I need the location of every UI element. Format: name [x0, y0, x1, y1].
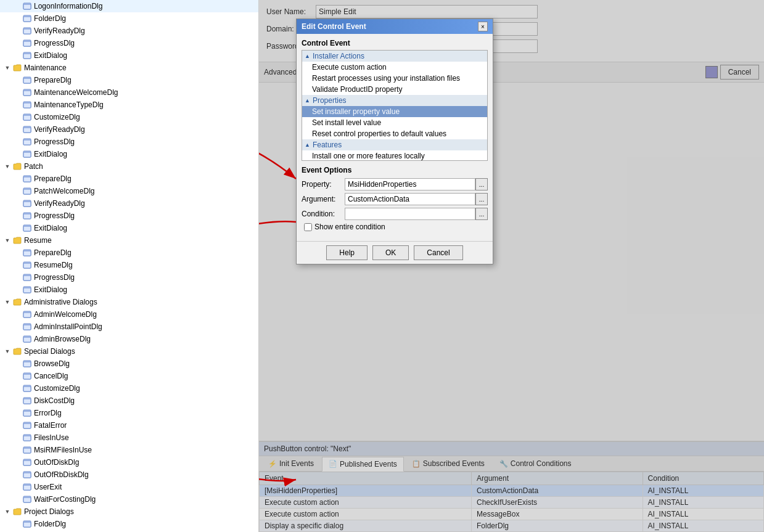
tree-label: ErrorDlg: [34, 409, 62, 417]
item-restart-processes[interactable]: Restart processes using your installatio…: [302, 73, 487, 84]
tree-item-maintenancewelcomedlg[interactable]: MaintenanceWelcomeDlg: [0, 86, 258, 99]
tree-item-preparedlg1[interactable]: PrepareDlg: [0, 74, 258, 86]
condition-browse-button[interactable]: ...: [475, 208, 488, 220]
folder-icon: [12, 63, 22, 73]
tree-item-exitdialog4[interactable]: ExitDialog: [0, 284, 258, 296]
item-install-features[interactable]: Install one or more features locally: [302, 150, 487, 161]
svg-rect-51: [23, 374, 31, 379]
tree-item-logoninfodlg[interactable]: ▶ LogonInformationDlg: [0, 0, 258, 12]
group-properties[interactable]: ▲ Properties: [302, 95, 487, 106]
tree-item-maintenancetypedlg[interactable]: MaintenanceTypeDlg: [0, 99, 258, 111]
tree-item-filesinuse[interactable]: FilesInUse: [0, 432, 258, 444]
item-execute-custom[interactable]: Execute custom action: [302, 62, 487, 73]
tree-item-resumedlg[interactable]: ResumeDlg: [0, 259, 258, 271]
tree-item-verifyreadydlg2[interactable]: VerifyReadyDlg: [0, 123, 258, 136]
svg-rect-59: [23, 424, 31, 428]
tree-item-folderdlg1[interactable]: FolderDlg: [0, 12, 258, 25]
item-validate-productid[interactable]: Validate ProductID property: [302, 84, 487, 95]
argument-input[interactable]: [345, 193, 475, 205]
modal-close-button[interactable]: ×: [478, 22, 488, 31]
item-reset-properties[interactable]: Reset control properties to default valu…: [302, 128, 487, 139]
tree-item-verifyreadydlg1[interactable]: VerifyReadyDlg: [0, 25, 258, 37]
expander-project[interactable]: ▼: [2, 507, 12, 517]
expander-maintenance[interactable]: ▼: [2, 63, 12, 73]
condition-input[interactable]: [345, 208, 475, 220]
tree-label: ProgressDlg: [34, 211, 75, 220]
property-input[interactable]: [345, 178, 475, 190]
item-set-property[interactable]: Set installer property value: [302, 106, 487, 117]
tree-item-exitdialog1[interactable]: ExitDialog: [0, 49, 258, 62]
tree-item-msirmfilesinuse[interactable]: MsiRMFilesInUse: [0, 444, 258, 456]
tree-item-resume[interactable]: ▼ Resume: [0, 234, 258, 247]
tree-label: Project Dialogs: [24, 507, 74, 516]
tree-item-exitdialog3[interactable]: ExitDialog: [0, 222, 258, 234]
tree-item-progressdlg1[interactable]: ProgressDlg: [0, 37, 258, 49]
tree-item-folderdlg2[interactable]: FolderDlg: [0, 518, 258, 530]
file-icon: [22, 14, 32, 23]
tree-item-progressdlg4[interactable]: ProgressDlg: [0, 271, 258, 284]
tree-item-adminwelcome[interactable]: AdminWelcomeDlg: [0, 308, 258, 321]
group-installer-actions[interactable]: ▲ Installer Actions: [302, 51, 487, 62]
tree-item-diskcostdlg[interactable]: DiskCostDlg: [0, 395, 258, 407]
expander-special[interactable]: ▼: [2, 346, 12, 356]
chevron-icon: ▲: [305, 53, 310, 59]
file-icon: [22, 433, 32, 443]
modal-cancel-button[interactable]: Cancel: [414, 245, 462, 260]
file-icon: [22, 494, 32, 504]
svg-rect-21: [23, 140, 31, 145]
tree-item-exitdialog2[interactable]: ExitDialog: [0, 148, 258, 160]
tree-item-adminbrowse[interactable]: AdminBrowseDlg: [0, 333, 258, 345]
argument-browse-button[interactable]: ...: [475, 193, 488, 205]
tree-item-waitforcosting[interactable]: WaitForCostingDlg: [0, 493, 258, 505]
file-icon: [22, 88, 32, 97]
tree-item-customizedlg2[interactable]: CustomizeDlg: [0, 382, 258, 395]
tree-item-fatalerror[interactable]: FatalError: [0, 419, 258, 432]
item-set-level[interactable]: Set install level value: [302, 117, 487, 128]
tree-item-maintenance[interactable]: ▼ Maintenance: [0, 62, 258, 74]
tree-item-patchwelcomedlg[interactable]: PatchWelcomeDlg: [0, 185, 258, 197]
expander-admin[interactable]: ▼: [2, 297, 12, 307]
property-browse-button[interactable]: ...: [475, 178, 488, 190]
ok-button[interactable]: OK: [372, 245, 409, 260]
tree-item-preparedlg2[interactable]: PrepareDlg: [0, 173, 258, 185]
tree-item-verifyreadydlg3[interactable]: VerifyReadyDlg: [0, 197, 258, 210]
expander-resume[interactable]: ▼: [2, 235, 12, 245]
file-icon: [22, 38, 32, 48]
svg-rect-61: [23, 436, 31, 441]
tree-label: CancelDlg: [34, 372, 68, 380]
tree-label: WaitForCostingDlg: [34, 495, 96, 504]
svg-rect-31: [23, 214, 31, 219]
tree-item-outofdiskdlg[interactable]: OutOfDiskDlg: [0, 456, 258, 469]
tree-item-outofrbdiskdlg[interactable]: OutOfRbDiskDlg: [0, 469, 258, 481]
tree-item-errordlg[interactable]: ErrorDlg: [0, 407, 258, 419]
tree-item-admin-dialogs[interactable]: ▼ Administrative Dialogs: [0, 296, 258, 308]
tree-item-progressdlg2[interactable]: ProgressDlg: [0, 136, 258, 148]
tree-item-admininstallpoint[interactable]: AdminInstallPointDlg: [0, 321, 258, 333]
svg-rect-63: [23, 448, 31, 453]
svg-rect-65: [23, 460, 31, 465]
tree-label: CustomizeDlg: [34, 113, 80, 121]
tree-label: DiskCostDlg: [34, 396, 75, 405]
svg-rect-15: [23, 103, 31, 108]
tree-item-browsedlg[interactable]: BrowseDlg: [0, 358, 258, 370]
tree-item-progressdlg3[interactable]: ProgressDlg: [0, 210, 258, 222]
tree-item-special-dialogs[interactable]: ▼ Special Dialogs: [0, 345, 258, 358]
show-entire-condition-label: Show entire condition: [314, 223, 385, 231]
show-entire-condition-checkbox[interactable]: [304, 223, 312, 231]
file-icon: [22, 248, 32, 258]
tree-item-preparedlg3[interactable]: PrepareDlg: [0, 247, 258, 259]
svg-rect-67: [23, 473, 31, 478]
group-features[interactable]: ▲ Features: [302, 139, 487, 150]
list-scroll[interactable]: ▲ Installer Actions Execute custom actio…: [302, 51, 487, 161]
file-icon: [22, 174, 32, 184]
tree-item-customizedlg1[interactable]: CustomizeDlg: [0, 111, 258, 123]
svg-rect-55: [23, 399, 31, 404]
file-icon: [22, 223, 32, 233]
tree-item-project-dialogs[interactable]: ▼ Project Dialogs: [0, 505, 258, 518]
expander-patch[interactable]: ▼: [2, 162, 12, 171]
tree-item-patch[interactable]: ▼ Patch: [0, 160, 258, 173]
tree-item-userexit[interactable]: UserExit: [0, 481, 258, 493]
tree-item-canceldlg[interactable]: CancelDlg: [0, 370, 258, 382]
help-button[interactable]: Help: [326, 245, 368, 260]
control-event-label: Control Event: [302, 39, 488, 47]
